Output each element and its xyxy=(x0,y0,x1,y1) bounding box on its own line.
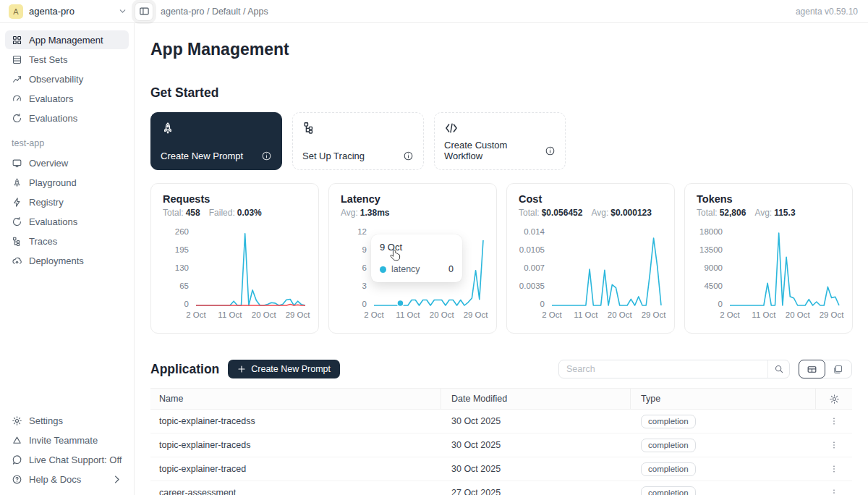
sidebar-bottom: Settings Invite Teammate Live Chat Suppo… xyxy=(0,411,134,489)
app-name: career-assessment xyxy=(150,481,441,495)
card-label: Create New Prompt xyxy=(161,151,243,161)
type-badge: completion xyxy=(641,462,696,476)
cloud-icon xyxy=(12,255,22,266)
table-icon xyxy=(12,54,22,65)
create-custom-workflow-card[interactable]: Create Custom Workflow xyxy=(434,112,566,170)
code-icon xyxy=(444,121,556,135)
info-icon[interactable] xyxy=(261,151,272,161)
table-row[interactable]: topic-explainer-tracedss 30 Oct 2025 com… xyxy=(150,410,852,433)
sidebar-item-label: Evaluators xyxy=(29,93,73,104)
table-row[interactable]: career-assessment 27 Oct 2025 completion xyxy=(150,481,852,495)
sidebar-item-deployments[interactable]: Deployments xyxy=(5,251,129,270)
y-axis-labels: 260195130650 xyxy=(163,227,195,308)
sidebar-item-invite-teammate[interactable]: Invite Teammate xyxy=(5,431,129,449)
chart-title: Cost xyxy=(519,193,663,205)
grid-icon xyxy=(12,35,22,46)
panel-toggle-icon xyxy=(139,6,150,17)
table-row[interactable]: topic-explainer-traceds 30 Oct 2025 comp… xyxy=(150,433,852,457)
chevron-right-icon xyxy=(111,474,122,485)
tokens-line-chart[interactable] xyxy=(728,227,841,308)
column-header-date-modified[interactable]: Date Modified xyxy=(441,389,631,409)
top-bar: A agenta-pro agenta-pro / Default / Apps… xyxy=(0,0,868,23)
sidebar-item-label: Settings xyxy=(29,415,63,426)
tree-icon xyxy=(12,236,22,247)
create-new-prompt-card[interactable]: Create New Prompt xyxy=(150,112,282,170)
main-content: App Management Get Started Create New Pr… xyxy=(135,23,868,495)
chart-title: Latency xyxy=(341,193,485,205)
breadcrumb[interactable]: agenta-pro / Default / Apps xyxy=(161,7,268,17)
series-dot xyxy=(380,266,386,273)
workspace-avatar: A xyxy=(9,4,23,19)
rocket-icon xyxy=(161,121,272,135)
question-circle-icon xyxy=(12,474,22,485)
sidebar-item-help-docs[interactable]: Help & Docs xyxy=(5,470,129,488)
cost-chart-card: Cost Total:$0.056452 Avg:$0.000123 0.014… xyxy=(506,183,675,334)
app-name: topic-explainer-tracedss xyxy=(150,410,441,433)
view-toggle xyxy=(799,360,852,378)
row-menu-button[interactable] xyxy=(829,488,839,495)
button-label: Create New Prompt xyxy=(251,364,331,374)
sidebar-item-traces[interactable]: Traces xyxy=(5,232,129,250)
sidebar-item-label: Playground xyxy=(29,177,77,188)
search-icon xyxy=(774,364,784,374)
mouse-cursor-icon xyxy=(388,249,402,263)
stat-avg: Avg:115.3 xyxy=(754,208,795,218)
requests-line-chart[interactable] xyxy=(195,227,307,308)
chat-bubble-icon xyxy=(12,454,22,465)
table-settings-button[interactable] xyxy=(816,389,852,409)
sidebar-item-label: Live Chat Support: Off xyxy=(29,454,122,465)
sidebar-item-overview[interactable]: Overview xyxy=(5,153,129,172)
date-modified: 30 Oct 2025 xyxy=(441,433,631,457)
sidebar-item-settings[interactable]: Settings xyxy=(5,411,129,430)
row-menu-button[interactable] xyxy=(829,440,839,450)
workspace-name: agenta-pro xyxy=(29,6,75,17)
info-icon[interactable] xyxy=(545,145,556,156)
tooltip-series-name: latency xyxy=(391,264,420,274)
sidebar-item-evaluations[interactable]: Evaluations xyxy=(5,109,129,127)
chart-tooltip: 9 Oct latency 0 xyxy=(371,234,462,282)
gear-icon xyxy=(829,394,840,405)
sidebar-item-label: Traces xyxy=(29,236,57,247)
sidebar-item-evaluators[interactable]: Evaluators xyxy=(5,89,129,108)
row-menu-button[interactable] xyxy=(829,416,839,426)
tree-icon xyxy=(302,121,414,135)
x-axis-labels: 2 Oct11 Oct20 Oct29 Oct xyxy=(728,310,841,321)
cost-line-chart[interactable] xyxy=(550,227,663,308)
date-modified: 27 Oct 2025 xyxy=(441,481,631,495)
triangle-icon xyxy=(12,435,22,446)
stat-failed: Failed:0.03% xyxy=(209,208,262,218)
stat-avg: Avg:1.38ms xyxy=(341,208,390,218)
sidebar-item-playground[interactable]: Playground xyxy=(5,173,129,192)
sidebar-item-label: Registry xyxy=(29,197,64,208)
sidebar-item-live-chat[interactable]: Live Chat Support: Off xyxy=(5,450,129,469)
info-icon[interactable] xyxy=(403,151,414,161)
sidebar-item-test-sets[interactable]: Test Sets xyxy=(5,50,129,69)
column-header-name[interactable]: Name xyxy=(150,389,441,409)
stat-total: Total:$0.056452 xyxy=(519,208,582,218)
requests-chart-card: Requests Total:458 Failed:0.03% 26019513… xyxy=(150,183,319,334)
sidebar-toggle-button[interactable] xyxy=(135,2,153,21)
sidebar-item-app-evaluations[interactable]: Evaluations xyxy=(5,212,129,231)
sidebar-item-label: Evaluations xyxy=(29,216,77,227)
sidebar-item-label: Deployments xyxy=(29,255,84,266)
sidebar-item-registry[interactable]: Registry xyxy=(5,192,129,211)
lightning-icon xyxy=(12,197,22,208)
search-button[interactable] xyxy=(767,360,789,378)
search-box xyxy=(558,360,790,378)
stat-avg: Avg:$0.000123 xyxy=(591,208,652,218)
workspace-switcher[interactable]: A agenta-pro xyxy=(0,4,135,19)
table-row[interactable]: topic-explainer-traced 30 Oct 2025 compl… xyxy=(150,457,852,481)
row-menu-button[interactable] xyxy=(829,464,839,474)
chart-title: Tokens xyxy=(697,193,841,205)
search-input[interactable] xyxy=(559,364,767,374)
card-view-button[interactable] xyxy=(825,360,851,378)
create-new-prompt-button[interactable]: Create New Prompt xyxy=(228,360,340,378)
y-axis-labels: 129630 xyxy=(341,227,373,308)
sidebar-item-observability[interactable]: Observability xyxy=(5,69,129,88)
set-up-tracing-card[interactable]: Set Up Tracing xyxy=(292,112,424,170)
table-view-button[interactable] xyxy=(799,360,825,378)
sidebar-item-app-management[interactable]: App Management xyxy=(5,30,129,49)
stat-total: Total:458 xyxy=(163,208,200,218)
column-header-type[interactable]: Type xyxy=(631,389,816,409)
kebab-icon xyxy=(829,464,839,474)
